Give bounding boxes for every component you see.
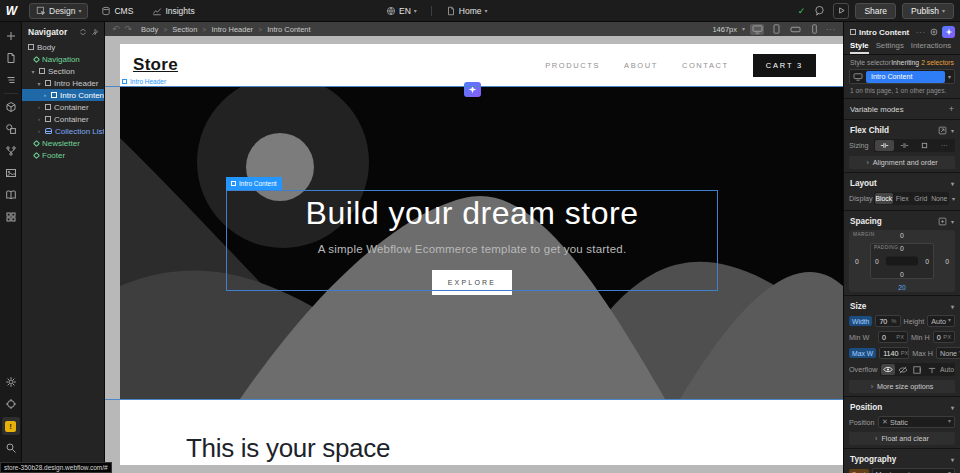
float-and-clear-expander[interactable]: › Float and clear [849, 432, 955, 445]
next-section[interactable]: This is your space [120, 399, 843, 465]
display-none-button[interactable]: None [931, 193, 949, 204]
breadcrumb-body[interactable]: Body [141, 25, 158, 34]
spacing-options-icon[interactable] [938, 217, 947, 226]
panel-menu-button[interactable]: ··· [916, 29, 926, 36]
audit-panel-button[interactable]: ! [2, 417, 20, 435]
caret-right-icon[interactable]: › [36, 116, 42, 122]
chevron-down-icon[interactable]: ▾ [951, 181, 954, 187]
sizing-grow-button[interactable] [895, 140, 914, 151]
chevron-down-icon[interactable]: ▾ [951, 405, 954, 411]
more-size-options-expander[interactable]: › More size options [849, 380, 955, 393]
caret-right-icon[interactable]: › [42, 92, 48, 98]
collapse-all-icon[interactable] [79, 28, 87, 36]
sizing-shrink-button[interactable] [875, 140, 894, 151]
locale-switcher[interactable]: EN ▾ [380, 3, 423, 19]
ai-assistant-handle[interactable] [464, 82, 481, 97]
height-input[interactable]: Auto▾ [927, 315, 955, 327]
min-height-input[interactable]: 0PX [933, 331, 955, 343]
padding-top-value[interactable]: 0 [900, 245, 904, 252]
min-height-unit[interactable]: PX [943, 334, 951, 340]
canvas-width-value[interactable]: 1467px [712, 25, 737, 34]
max-width-input[interactable]: 1140PX [879, 347, 909, 359]
font-select[interactable]: Montserrat ▾ [872, 468, 955, 473]
chevron-down-icon[interactable]: ▾ [951, 304, 954, 310]
chevron-down-icon[interactable]: ▾ [951, 457, 954, 463]
position-select[interactable]: ✕ Static ▾ [878, 416, 955, 428]
tree-item-body[interactable]: Body [22, 41, 104, 53]
nav-link-about[interactable]: ABOUT [624, 61, 658, 70]
alignment-and-order-expander[interactable]: › Alignment and order [849, 156, 955, 169]
margin-bottom-value[interactable]: 20 [898, 284, 906, 291]
width-label[interactable]: Width [849, 316, 872, 326]
preview-button[interactable] [833, 3, 849, 19]
tree-item-intro-content[interactable]: › Intro Content [22, 89, 104, 101]
assets-button[interactable] [2, 120, 20, 138]
caret-down-icon[interactable]: ▾ [30, 68, 36, 75]
caret-down-icon[interactable]: ▾ [36, 80, 42, 87]
inheriting-count[interactable]: 2 selectors [921, 59, 954, 66]
padding-widget[interactable]: PADDING 0 0 0 0 [870, 243, 934, 279]
padding-bottom-value[interactable]: 0 [900, 271, 904, 278]
margin-right-value[interactable]: 0 [945, 258, 949, 265]
chevron-down-icon[interactable]: ▾ [951, 128, 954, 134]
design-canvas[interactable]: Store PRODUCTS ABOUT CONTACT CART 3 Intr… [105, 36, 843, 473]
overflow-visible-button[interactable] [881, 364, 895, 375]
redo-button[interactable]: ↷ [125, 24, 133, 34]
tree-item-footer[interactable]: Footer [22, 149, 104, 161]
tab-settings[interactable]: Settings [876, 41, 904, 54]
margin-top-value[interactable]: 0 [900, 232, 904, 239]
breakpoint-phone-button[interactable] [807, 24, 821, 35]
nav-link-contact[interactable]: CONTACT [682, 61, 729, 70]
overflow-clip-button[interactable] [925, 364, 939, 375]
nav-link-products[interactable]: PRODUCTS [545, 61, 600, 70]
comments-button[interactable] [811, 3, 827, 19]
min-width-input[interactable]: 0PX [878, 331, 908, 343]
tree-item-navigation[interactable]: Navigation [22, 53, 104, 65]
min-width-unit[interactable]: PX [896, 334, 904, 340]
hero-section[interactable]: Intro Content Build your dream store A s… [120, 86, 843, 399]
tree-item-newsletter[interactable]: Newsletter [22, 137, 104, 149]
flex-child-indicator-icon[interactable] [938, 126, 947, 135]
max-width-unit[interactable]: PX [901, 350, 909, 356]
width-unit[interactable]: % [891, 318, 896, 324]
breadcrumb-intro-header[interactable]: Intro Header [211, 25, 253, 34]
component-create-icon[interactable] [929, 27, 939, 37]
apps-button[interactable] [2, 208, 20, 226]
media-button[interactable] [2, 164, 20, 182]
element-tag-intro-header[interactable]: Intro Header [122, 77, 166, 86]
search-button[interactable] [2, 439, 20, 457]
tree-item-container[interactable]: › Container [22, 113, 104, 125]
webflow-logo[interactable]: W [1, 1, 22, 21]
class-selector-input[interactable]: Intro Content ▾ [849, 69, 955, 84]
element-tag-intro-content[interactable]: Intro Content [226, 177, 282, 190]
variables-button[interactable] [2, 142, 20, 160]
settings-button[interactable] [2, 373, 20, 391]
chevron-down-icon[interactable]: ▾ [952, 196, 955, 202]
navigator-button[interactable] [2, 71, 20, 89]
display-grid-button[interactable]: Grid [912, 193, 930, 204]
design-mode-button[interactable]: Design ▾ [29, 3, 88, 19]
overflow-hidden-button[interactable] [896, 364, 910, 375]
spacing-widget[interactable]: MARGIN 0 0 0 20 PADDING 0 0 0 0 [849, 230, 955, 292]
page-preview[interactable]: Store PRODUCTS ABOUT CONTACT CART 3 Intr… [120, 44, 843, 465]
display-flex-button[interactable]: Flex [894, 193, 912, 204]
tab-interactions[interactable]: Interactions [911, 41, 951, 54]
ai-assistant-button[interactable] [942, 26, 955, 38]
undo-button[interactable]: ↶ [112, 24, 120, 34]
padding-right-value[interactable]: 0 [925, 258, 929, 265]
font-label[interactable]: Font [849, 469, 869, 473]
breakpoint-desktop-button[interactable] [750, 24, 764, 35]
breakpoint-tablet-button[interactable] [769, 24, 783, 35]
next-section-heading[interactable]: This is your space [186, 433, 843, 464]
pages-button[interactable] [2, 49, 20, 67]
publish-button[interactable]: Publish ▾ [902, 3, 954, 19]
breadcrumb-section[interactable]: Section [172, 25, 197, 34]
components-button[interactable] [2, 98, 20, 116]
more-breakpoints-button[interactable]: ··· [826, 26, 836, 33]
caret-right-icon[interactable]: › [36, 128, 42, 134]
cart-button[interactable]: CART 3 [753, 54, 816, 77]
max-height-input[interactable]: None▾ [936, 347, 960, 359]
sizing-none-button[interactable] [915, 140, 934, 151]
breadcrumb-intro-content[interactable]: Intro Content [267, 25, 310, 34]
breakpoint-phone-landscape-button[interactable] [788, 24, 802, 35]
